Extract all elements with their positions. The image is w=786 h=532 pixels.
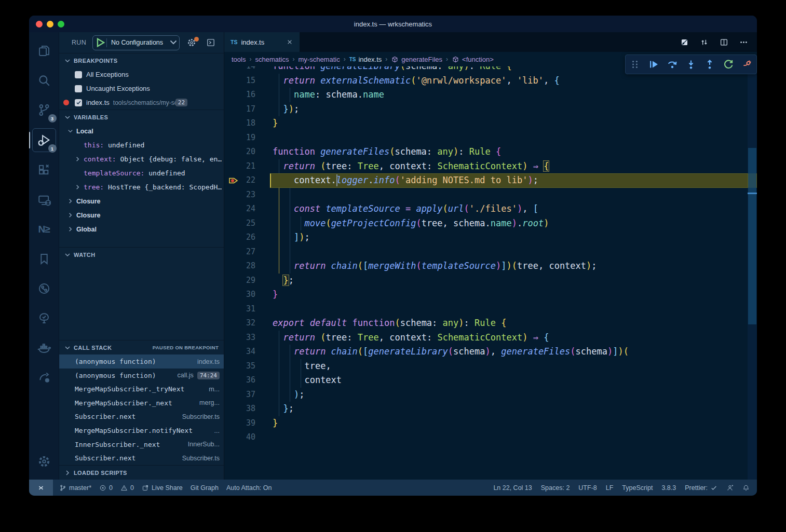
breadcrumb-item[interactable]: my-schematic	[299, 56, 340, 63]
breadcrumb-item[interactable]: tools	[232, 56, 246, 63]
line-number: 18	[224, 116, 255, 131]
live-share-item[interactable]: Live Share	[142, 484, 183, 492]
code-line: 20function generateFiles(schema: any): R…	[224, 145, 748, 159]
search-icon[interactable]	[33, 69, 56, 92]
breakpoint-checkbox[interactable]	[75, 85, 82, 92]
stack-frame-row[interactable]: InnerSubscriber._nextInnerSub...	[59, 438, 224, 452]
warnings-item[interactable]: 0	[120, 484, 134, 492]
indent-guide	[290, 188, 290, 202]
code-line: 36 context	[224, 373, 748, 388]
auto-attach-item[interactable]: Auto Attach: On	[226, 484, 272, 492]
code-text: return (tree: Tree, context: SchematicCo…	[273, 159, 549, 174]
disconnect-icon[interactable]	[739, 57, 755, 72]
scope-row[interactable]: Local	[59, 124, 224, 138]
stack-frame-row[interactable]: (anonymous function)call.js74:24	[59, 369, 224, 383]
stack-frame-row[interactable]: MergeMapSubscriber._nextmerg...	[59, 396, 224, 410]
code-text: );	[273, 388, 304, 402]
errors-item[interactable]: 0	[99, 484, 113, 492]
stack-frame-row[interactable]: Subscriber.nextSubscriber.ts	[59, 410, 224, 424]
variable-row[interactable]: tree: HostTree {_backend: ScopedH…	[59, 180, 224, 194]
debug-console-icon[interactable]	[204, 36, 219, 50]
settings-gear-icon[interactable]	[33, 450, 56, 473]
scope-row[interactable]: Global	[59, 222, 224, 236]
breadcrumb-item[interactable]: TSindex.ts	[349, 56, 382, 63]
debug-settings-gear-icon[interactable]	[184, 36, 199, 50]
breadcrumb-item[interactable]: schematics	[255, 56, 289, 63]
remote-explorer-icon[interactable]	[33, 188, 56, 211]
indentation-item[interactable]: Spaces: 2	[541, 484, 570, 492]
test-explorer-icon[interactable]	[33, 307, 56, 330]
code-text: tree,	[273, 359, 331, 374]
line-number: 31	[224, 302, 255, 317]
step-out-icon[interactable]	[702, 57, 717, 72]
chevron-right-icon	[66, 197, 74, 205]
launch-config-dropdown[interactable]: No Configurations	[92, 35, 180, 50]
feedback-item[interactable]	[726, 484, 734, 492]
config-notification-dot	[194, 37, 199, 42]
explorer-icon[interactable]	[33, 39, 56, 62]
breadcrumb-item[interactable]: generateFiles	[391, 56, 442, 63]
compare-changes-icon[interactable]	[698, 36, 710, 48]
editor-scrollbar[interactable]	[748, 66, 757, 480]
language-item[interactable]: TypeScript	[622, 484, 653, 492]
scope-row[interactable]: Closure	[59, 194, 224, 208]
start-debug-icon[interactable]	[93, 38, 107, 47]
code-line: 32export default function(schema: any): …	[224, 316, 748, 331]
debug-sidebar: RUN No Configurations BREAKPOINTS All	[59, 32, 224, 480]
variable-row[interactable]: this: undefined	[59, 138, 224, 152]
split-editor-icon[interactable]	[717, 36, 730, 48]
run-debug-icon[interactable]: 1	[32, 128, 56, 152]
prettier-item[interactable]: Prettier:	[685, 484, 717, 492]
chevron-down-icon	[63, 57, 72, 65]
code-editor[interactable]: 14function generateLibrary(schema: any):…	[224, 66, 757, 480]
nx-console-icon[interactable]: N≥	[33, 218, 56, 241]
open-changes-icon[interactable]	[678, 36, 690, 48]
stack-frame-row[interactable]: MergeMapSubscriber._tryNextm...	[59, 382, 224, 396]
encoding-item[interactable]: UTF-8	[578, 484, 597, 492]
breadcrumb-item[interactable]: <function>	[452, 56, 494, 63]
variable-row[interactable]: templateSource: undefined	[59, 166, 224, 180]
breadcrumb-separator: ›	[385, 56, 387, 63]
step-into-icon[interactable]	[683, 57, 699, 72]
scope-row[interactable]: Closure	[59, 208, 224, 222]
git-graph-item[interactable]: Git Graph	[191, 484, 219, 492]
scrollbar-slider[interactable]	[748, 148, 756, 324]
loaded-scripts-section-header[interactable]: LOADED SCRIPTS	[59, 465, 224, 480]
watch-section-header[interactable]: WATCH	[59, 247, 224, 262]
tab-index-ts[interactable]: TS index.ts	[224, 32, 300, 52]
stack-frame-row[interactable]: Subscriber.nextSubscriber.ts	[59, 451, 224, 465]
breakpoint-checkbox[interactable]	[75, 71, 82, 78]
breakpoint-row[interactable]: index.tstools/schematics/my-sch...22	[59, 96, 224, 110]
stack-frame-row[interactable]: MergeMapSubscriber.notifyNext...	[59, 424, 224, 438]
restart-icon[interactable]	[721, 57, 736, 72]
docker-icon[interactable]	[33, 336, 56, 359]
bookmarks-icon[interactable]	[33, 248, 56, 270]
more-actions-icon[interactable]	[737, 36, 750, 48]
live-share-icon[interactable]	[33, 366, 56, 389]
branch-item[interactable]: master*	[59, 484, 91, 492]
eol-item[interactable]: LF	[606, 484, 614, 492]
code-text: }	[273, 288, 278, 302]
ts-version-item[interactable]: 3.8.3	[661, 484, 676, 492]
breakpoint-row[interactable]: Uncaught Exceptions	[59, 81, 224, 96]
gitlens-icon[interactable]	[33, 277, 56, 300]
extensions-icon[interactable]	[33, 159, 56, 182]
code-line: 24 const templateSource = apply(url('./f…	[224, 202, 748, 216]
stack-frame-row[interactable]: (anonymous function)index.ts	[59, 354, 224, 369]
step-over-icon[interactable]	[665, 57, 680, 72]
code-text: }	[273, 116, 278, 131]
cursor-position-item[interactable]: Ln 22, Col 13	[493, 484, 532, 492]
remote-indicator[interactable]	[29, 480, 53, 496]
status-item-label: Spaces: 2	[541, 484, 570, 492]
line-number: 15	[224, 74, 255, 88]
notifications-item[interactable]	[742, 484, 750, 492]
variable-row[interactable]: context: Object {debug: false, en…	[59, 152, 224, 166]
breakpoints-section-header[interactable]: BREAKPOINTS	[59, 53, 224, 67]
breakpoint-row[interactable]: All Exceptions	[59, 67, 224, 81]
breakpoint-checkbox[interactable]	[75, 99, 82, 106]
close-tab-icon[interactable]	[285, 37, 294, 47]
source-control-icon[interactable]: 3	[33, 99, 56, 121]
call-stack-section-header[interactable]: CALL STACK PAUSED ON BREAKPOINT	[59, 340, 224, 354]
continue-icon[interactable]	[646, 57, 661, 72]
variables-section-header[interactable]: VARIABLES	[59, 110, 224, 124]
